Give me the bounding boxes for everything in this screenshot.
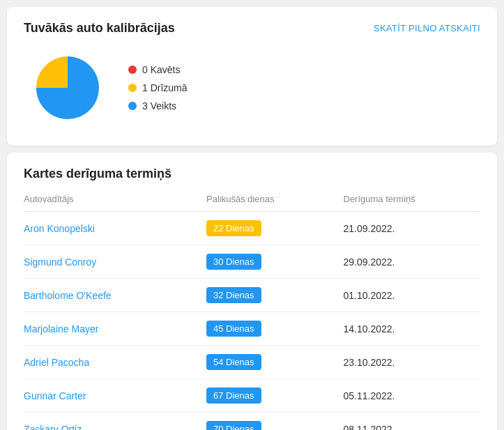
pie-yellow-segment	[36, 56, 68, 88]
driver-link[interactable]: Sigmund Conroy	[24, 256, 96, 268]
table-row: Gunnar Carter67 Dienas05.11.2022.	[24, 379, 480, 413]
drizuma-dot	[128, 84, 137, 92]
kavets-dot	[128, 66, 137, 74]
data-table: Autovadītājs Palikušās dienas Derīguma t…	[24, 190, 480, 430]
expiry-cell: 23.10.2022.	[344, 346, 481, 379]
legend-item-drizuma: 1 Drīzumā	[128, 82, 188, 93]
expiry-cell: 14.10.2022.	[344, 312, 481, 346]
days-cell: 32 Dienas	[206, 279, 344, 312]
expiry-cell: 29.09.2022.	[344, 245, 481, 279]
expiry-cell: 08.11.2022.	[344, 413, 481, 431]
driver-link[interactable]: Aron Konopelski	[24, 223, 95, 234]
table-card: Kartes derīguma termiņš Autovadītājs Pal…	[7, 153, 497, 430]
legend-item-veikts: 3 Veikts	[128, 100, 188, 112]
days-badge: 70 Dienas	[206, 421, 261, 430]
kavets-label: 0 Kavēts	[142, 64, 180, 75]
driver-cell: Sigmund Conroy	[24, 245, 206, 279]
chart-section: 0 Kavēts 1 Drīzumā 3 Veikts	[24, 47, 480, 132]
days-badge: 22 Dienas	[206, 220, 261, 236]
days-cell: 22 Dienas	[206, 212, 344, 245]
table-title: Kartes derīguma termiņš	[24, 167, 480, 181]
days-cell: 30 Dienas	[206, 245, 344, 279]
expiry-cell: 05.11.2022.	[344, 379, 481, 413]
days-badge: 67 Dienas	[206, 387, 261, 404]
main-container: Tuvākās auto kalibrācijas SKATĪT PILNO A…	[7, 7, 497, 430]
days-badge: 32 Dienas	[206, 287, 261, 303]
expiry-cell: 01.10.2022.	[344, 279, 481, 312]
table-row: Bartholome O'Keefe32 Dienas01.10.2022.	[24, 279, 480, 312]
days-cell: 70 Dienas	[206, 413, 344, 431]
table-row: Zackary Ortiz70 Dienas08.11.2022.	[24, 413, 480, 431]
col-days: Palikušās dienas	[206, 190, 344, 212]
table-row: Aron Konopelski22 Dienas21.09.2022.	[24, 212, 480, 245]
days-cell: 45 Dienas	[206, 312, 344, 346]
calibration-card-header: Tuvākās auto kalibrācijas SKATĪT PILNO A…	[24, 21, 480, 36]
driver-link[interactable]: Bartholome O'Keefe	[24, 290, 112, 301]
driver-link[interactable]: Adriel Pacocha	[24, 357, 89, 368]
driver-cell: Bartholome O'Keefe	[24, 279, 206, 312]
driver-cell: Gunnar Carter	[24, 379, 206, 413]
veikts-label: 3 Veikts	[142, 100, 176, 112]
table-row: Adriel Pacocha54 Dienas23.10.2022.	[24, 346, 480, 379]
table-row: Marjolaine Mayer45 Dienas14.10.2022.	[24, 312, 480, 346]
days-cell: 54 Dienas	[206, 346, 344, 379]
expiry-cell: 21.09.2022.	[344, 212, 481, 245]
driver-cell: Zackary Ortiz	[24, 413, 206, 431]
table-row: Sigmund Conroy30 Dienas29.09.2022.	[24, 245, 480, 279]
legend: 0 Kavēts 1 Drīzumā 3 Veikts	[128, 64, 188, 112]
days-badge: 54 Dienas	[206, 354, 261, 370]
col-driver: Autovadītājs	[24, 190, 206, 212]
days-badge: 45 Dienas	[206, 321, 261, 337]
driver-cell: Adriel Pacocha	[24, 346, 206, 379]
drizuma-label: 1 Drīzumā	[142, 82, 188, 93]
days-cell: 67 Dienas	[206, 379, 344, 413]
view-full-link[interactable]: SKATĪT PILNO ATSKAITI	[374, 23, 480, 33]
driver-link[interactable]: Marjolaine Mayer	[24, 323, 98, 335]
calibration-card: Tuvākās auto kalibrācijas SKATĪT PILNO A…	[7, 7, 497, 146]
driver-link[interactable]: Gunnar Carter	[24, 390, 86, 401]
legend-item-kavets: 0 Kavēts	[128, 64, 188, 75]
veikts-dot	[128, 102, 137, 110]
driver-cell: Marjolaine Mayer	[24, 312, 206, 346]
col-expiry: Derīguma termiņš	[344, 190, 481, 212]
days-badge: 30 Dienas	[206, 254, 261, 270]
driver-cell: Aron Konopelski	[24, 212, 206, 245]
table-header-row: Autovadītājs Palikušās dienas Derīguma t…	[24, 190, 480, 212]
calibration-title: Tuvākās auto kalibrācijas	[24, 21, 175, 36]
driver-link[interactable]: Zackary Ortiz	[24, 424, 82, 431]
pie-chart	[29, 49, 106, 126]
